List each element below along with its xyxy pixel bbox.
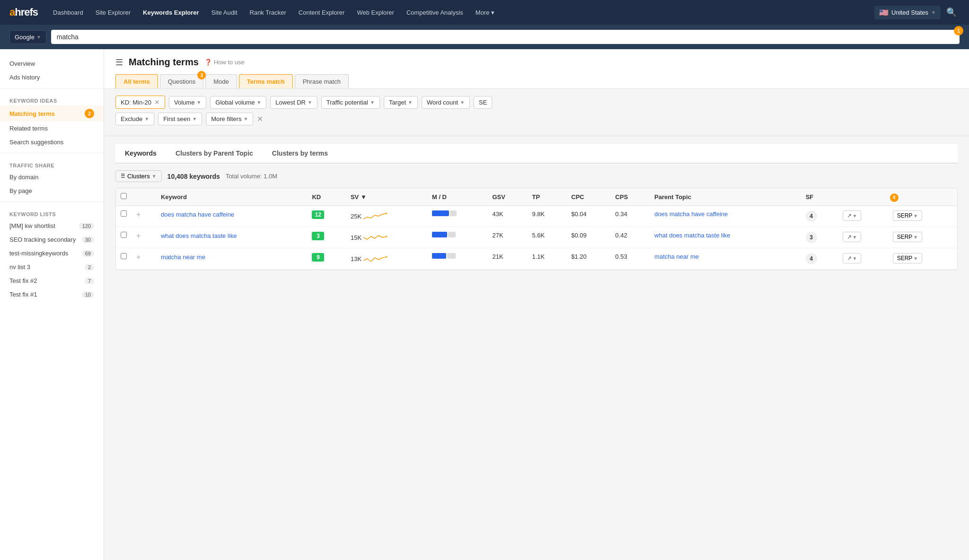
row-1-sf-badge: 4 — [806, 210, 817, 222]
nav-competitive-analysis[interactable]: Competitive Analysis — [402, 6, 468, 19]
sidebar-item-seo-tracking[interactable]: SEO tracking secondary 30 — [0, 233, 104, 246]
row-3-parent-topic-link[interactable]: matcha near me — [654, 253, 699, 260]
row-sv-cell: 25K — [346, 206, 427, 227]
hamburger-icon[interactable]: ☰ — [115, 57, 123, 68]
nav-site-explorer[interactable]: Site Explorer — [91, 6, 135, 19]
search-input[interactable] — [51, 30, 960, 44]
row-3-checkbox[interactable] — [121, 253, 127, 259]
clusters-label: Clusters — [127, 173, 150, 180]
row-add-cell: + — [132, 227, 156, 248]
row-gsv-cell: 43K — [487, 206, 527, 227]
row-1-checkbox[interactable] — [121, 210, 127, 217]
row-sf-cell: 3 — [801, 227, 838, 248]
sidebar-item-by-domain[interactable]: By domain — [0, 170, 104, 184]
row-1-serp-button[interactable]: SERP ▼ — [893, 210, 923, 221]
row-2-sv-value: 15K — [351, 234, 361, 241]
lowest-dr-filter[interactable]: Lowest DR ▼ — [270, 96, 317, 109]
row-3-add-button[interactable]: + — [136, 253, 141, 261]
country-dropdown-arrow: ▼ — [931, 10, 936, 15]
row-1-bar-gray — [450, 210, 457, 216]
sidebar-divider-2 — [0, 153, 104, 153]
row-parent-topic-cell: does matcha have caffeine — [650, 206, 801, 227]
traffic-potential-filter[interactable]: Traffic potential ▼ — [321, 96, 380, 109]
row-trend-cell: ↗ ▼ — [838, 248, 888, 270]
nav-content-explorer[interactable]: Content Explorer — [294, 6, 350, 19]
row-trend-cell: ↗ ▼ — [838, 227, 888, 248]
tab-terms-match[interactable]: Terms match — [239, 74, 293, 88]
cluster-tab-keywords[interactable]: Keywords — [115, 144, 166, 164]
col-parent-topic: Parent Topic — [650, 188, 801, 206]
row-2-serp-button[interactable]: SERP ▼ — [893, 232, 923, 242]
country-selector[interactable]: 🇺🇸 United States ▼ — [874, 6, 941, 19]
se-filter[interactable]: SE — [474, 96, 492, 109]
nav-search-button[interactable]: 🔍 — [943, 4, 960, 20]
nav-site-audit[interactable]: Site Audit — [207, 6, 242, 19]
sidebar-item-test-missing[interactable]: test-missingkeywords 69 — [0, 246, 104, 260]
select-all-checkbox[interactable] — [121, 193, 127, 199]
tab-all-terms[interactable]: All terms — [115, 74, 158, 88]
row-checkbox-cell — [116, 248, 132, 270]
target-filter[interactable]: Target ▼ — [384, 96, 418, 109]
sidebar-item-test-fix-2[interactable]: Test fix #2 7 — [0, 274, 104, 288]
row-2-add-button[interactable]: + — [136, 232, 141, 240]
sidebar-item-matching-terms[interactable]: Matching terms 2 — [0, 105, 104, 122]
nav-keywords-explorer[interactable]: Keywords Explorer — [138, 6, 204, 19]
row-3-serp-button[interactable]: SERP ▼ — [893, 253, 923, 263]
clusters-button[interactable]: ⠿ Clusters ▼ — [115, 170, 162, 182]
table-row: + does matcha have caffeine 12 25K — [116, 206, 957, 227]
keywords-table-wrap: Keyword KD SV ▼ M / D GSV TP CPC CPS Par… — [115, 188, 958, 270]
volume-filter[interactable]: Volume ▼ — [169, 96, 206, 109]
tab-phrase-match[interactable]: Phrase match — [295, 74, 349, 88]
sidebar-item-ads-history[interactable]: Ads history — [0, 70, 104, 84]
row-2-trend-button[interactable]: ↗ ▼ — [843, 232, 862, 242]
search-engine-selector[interactable]: Google ▼ — [9, 30, 46, 44]
row-1-trend-button[interactable]: ↗ ▼ — [843, 210, 862, 221]
row-2-checkbox[interactable] — [121, 232, 127, 238]
row-2-parent-topic-link[interactable]: what does matcha taste like — [654, 232, 730, 239]
sidebar-item-mm-kw-shortlist[interactable]: [MM] kw shortlist 120 — [0, 219, 104, 233]
row-1-keyword-link[interactable]: does matcha have caffeine — [161, 211, 234, 218]
sidebar-item-nv-list-3[interactable]: nv list 3 2 — [0, 260, 104, 274]
kd-filter-clear[interactable]: ✕ — [154, 98, 160, 106]
sidebar-item-search-suggestions[interactable]: Search suggestions — [0, 135, 104, 149]
col-gsv: GSV — [487, 188, 527, 206]
clear-filters-icon[interactable]: ✕ — [257, 114, 263, 123]
row-3-kd-badge: 9 — [312, 253, 324, 262]
row-3-keyword-link[interactable]: matcha near me — [161, 254, 205, 261]
row-1-sv-value: 25K — [351, 213, 361, 220]
global-volume-filter[interactable]: Global volume ▼ — [210, 96, 266, 109]
col-sv: SV ▼ — [346, 188, 427, 206]
svg-point-2 — [386, 256, 387, 258]
row-3-trend-button[interactable]: ↗ ▼ — [843, 253, 862, 263]
sidebar-item-test-fix-1[interactable]: Test fix #1 10 — [0, 288, 104, 301]
row-1-trend-sparkline — [363, 210, 387, 222]
nav-rank-tracker[interactable]: Rank Tracker — [245, 6, 291, 19]
sidebar-item-by-page[interactable]: By page — [0, 184, 104, 198]
row-2-keyword-link[interactable]: what does matcha taste like — [161, 232, 237, 239]
clusters-bar: ⠿ Clusters ▼ 10,408 keywords Total volum… — [115, 170, 958, 182]
col-serp: 4 — [888, 188, 957, 206]
first-seen-filter[interactable]: First seen ▼ — [158, 113, 202, 125]
tab-mode[interactable]: Mode — [205, 74, 237, 88]
cluster-tabs: Keywords Clusters by Parent Topic Cluste… — [115, 144, 958, 164]
row-1-parent-topic-link[interactable]: does matcha have caffeine — [654, 210, 728, 218]
more-filters-button[interactable]: More filters ▼ — [206, 113, 253, 125]
filter-section: KD: Min-20 ✕ Volume ▼ Global volume ▼ Lo… — [104, 89, 969, 136]
row-kd-cell: 9 — [307, 248, 345, 270]
kd-filter-chip[interactable]: KD: Min-20 ✕ — [115, 96, 165, 109]
sidebar-section-keyword-ideas: Keyword ideas — [0, 92, 104, 105]
row-1-add-button[interactable]: + — [136, 210, 141, 219]
table-row: + what does matcha taste like 3 15K — [116, 227, 957, 248]
logo[interactable]: ahrefs — [9, 6, 38, 18]
cluster-tab-parent-topic[interactable]: Clusters by Parent Topic — [166, 144, 263, 164]
nav-web-explorer[interactable]: Web Explorer — [352, 6, 399, 19]
sidebar-item-overview[interactable]: Overview — [0, 57, 104, 70]
sidebar-item-related-terms[interactable]: Related terms — [0, 122, 104, 135]
cluster-tab-by-terms[interactable]: Clusters by terms — [263, 144, 337, 164]
nav-more[interactable]: More ▾ — [471, 6, 499, 19]
tab-questions[interactable]: Questions 3 — [160, 74, 204, 88]
exclude-filter[interactable]: Exclude ▼ — [115, 113, 154, 125]
word-count-filter[interactable]: Word count ▼ — [422, 96, 470, 109]
nav-dashboard[interactable]: Dashboard — [48, 6, 88, 19]
how-to-use-link[interactable]: ❓ How to use — [204, 59, 245, 66]
